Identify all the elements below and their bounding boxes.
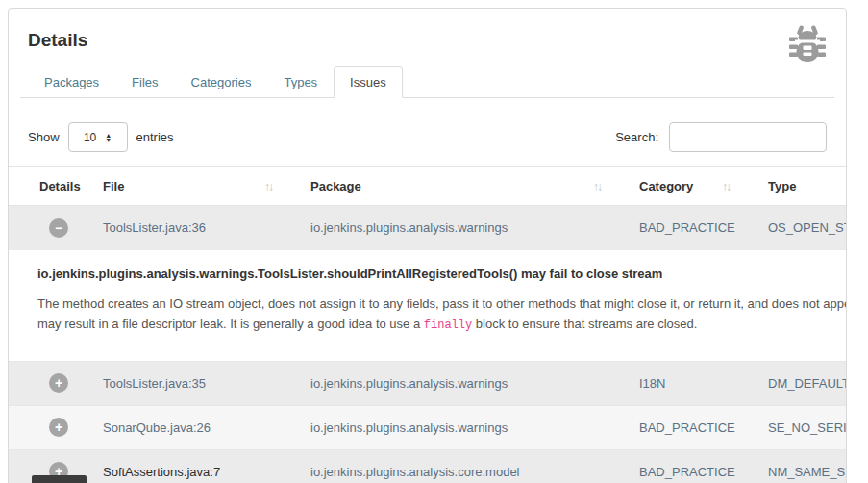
tab-categories[interactable]: Categories [175, 66, 268, 98]
expand-row-button[interactable]: + [49, 373, 68, 393]
select-updown-icon: ▲▼ [105, 133, 112, 142]
file-cell[interactable]: SonarQube.java:26 [74, 405, 282, 449]
show-label: Show [28, 130, 60, 144]
issue-detail-text: may result in a file descriptor leak. It… [37, 314, 846, 336]
issue-detail-row: io.jenkins.plugins.analysis.warnings.Too… [9, 250, 846, 362]
package-cell: io.jenkins.plugins.analysis.core.model [282, 449, 610, 483]
table-row: + SoftAssertions.java:7 io.jenkins.plugi… [9, 449, 846, 483]
plus-icon: + [55, 376, 62, 390]
column-header-type[interactable]: Type ↑↓ [739, 167, 846, 206]
issues-table: Details File ↑↓ Package ↑↓ Category ↑↓ [9, 166, 846, 483]
page-length-group: Show 10 ▲▼ entries [28, 122, 174, 152]
table-header-row: Details File ↑↓ Package ↑↓ Category ↑↓ [9, 167, 846, 206]
file-cell[interactable]: SoftAssertions.java:7 [74, 449, 282, 483]
type-cell: NM_SAME_SIMPLE_NAME_AS_SUPERCLASS [739, 449, 846, 483]
tab-files[interactable]: Files [115, 66, 174, 98]
page-length-value: 10 [84, 131, 96, 144]
search-label: Search: [615, 130, 658, 144]
category-cell: I18N [610, 361, 739, 405]
details-card: Details Packages Files Categories Types … [8, 8, 847, 483]
expand-row-button[interactable]: + [49, 418, 68, 437]
plus-icon: + [55, 420, 62, 434]
type-cell: DM_DEFAULT_ENCODING [739, 361, 846, 405]
code-token: finally [424, 318, 472, 332]
sort-icon[interactable]: ↑↓ [264, 180, 272, 193]
column-header-category[interactable]: Category ↑↓ [610, 167, 739, 206]
category-cell: BAD_PRACTICE [610, 206, 739, 250]
issue-detail-text: The method creates an IO stream object, … [37, 293, 846, 314]
collapse-row-button[interactable]: − [49, 218, 68, 238]
file-cell[interactable]: ToolsLister.java:35 [74, 361, 282, 405]
table-row: + SonarQube.java:26 io.jenkins.plugins.a… [9, 405, 846, 449]
table-controls: Show 10 ▲▼ entries Search: [20, 122, 834, 152]
tab-types[interactable]: Types [267, 66, 334, 98]
category-cell: BAD_PRACTICE [610, 449, 739, 483]
file-cell[interactable]: ToolsLister.java:36 [74, 206, 282, 250]
type-cell: SE_NO_SERIALVERSIONID [739, 405, 846, 449]
column-header-package[interactable]: Package ↑↓ [282, 167, 610, 206]
package-cell: io.jenkins.plugins.analysis.warnings [282, 206, 610, 250]
tab-bar: Packages Files Categories Types Issues [20, 66, 834, 98]
table-row: − ToolsLister.java:36 io.jenkins.plugins… [9, 206, 846, 250]
tab-packages[interactable]: Packages [28, 66, 115, 98]
table-row: + ToolsLister.java:35 io.jenkins.plugins… [9, 361, 846, 405]
minus-icon: − [55, 221, 62, 235]
search-group: Search: [615, 122, 827, 152]
column-header-file[interactable]: File ↑↓ [74, 167, 282, 206]
tab-issues[interactable]: Issues [334, 66, 403, 98]
issues-table-wrap: Details File ↑↓ Package ↑↓ Category ↑↓ [9, 166, 846, 483]
link-preview-tooltip [32, 475, 87, 483]
entries-label: entries [136, 130, 174, 144]
issue-detail-title: io.jenkins.plugins.analysis.warnings.Too… [37, 267, 846, 281]
bug-icon [786, 24, 829, 64]
type-cell: OS_OPEN_STREAM [739, 206, 846, 250]
sort-icon[interactable]: ↑↓ [593, 180, 601, 193]
sort-icon[interactable]: ↑↓ [722, 180, 730, 193]
page-title: Details [28, 30, 827, 51]
column-header-details: Details [9, 167, 74, 206]
page-length-select[interactable]: 10 ▲▼ [68, 122, 128, 152]
package-cell: io.jenkins.plugins.analysis.warnings [282, 361, 610, 405]
category-cell: BAD_PRACTICE [610, 405, 739, 449]
package-cell: io.jenkins.plugins.analysis.warnings [282, 405, 610, 449]
search-input[interactable] [669, 122, 827, 152]
